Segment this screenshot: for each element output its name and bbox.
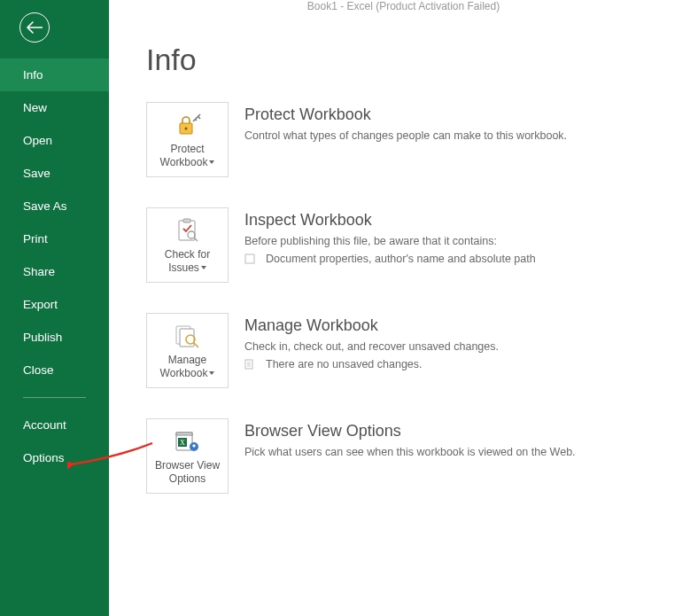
backstage-view: Info New Open Save Save As Print Share E… [0,0,698,616]
nav-share[interactable]: Share [0,255,109,288]
nav-export[interactable]: Export [0,288,109,321]
svg-rect-3 [183,219,190,222]
manage-icon [174,324,201,348]
nav-new[interactable]: New [0,91,109,124]
nav-account[interactable]: Account [0,409,109,441]
svg-rect-11 [176,433,192,435]
inspect-desc: Before publishing this file, be aware th… [244,235,536,247]
nav-info[interactable]: Info [0,58,109,91]
section-browser: X Browser View Options Browser View Opti… [146,418,698,494]
manage-workbook-button[interactable]: Manage Workbook [146,313,229,388]
browser-desc: Pick what users can see when this workbo… [244,446,576,458]
nav-open[interactable]: Open [0,124,109,157]
svg-point-1 [184,127,187,129]
nav-footer-group: Account Options [0,409,109,474]
bullet-square-icon [244,253,255,264]
manage-button-label: Manage Workbook [151,354,224,380]
svg-rect-5 [245,254,254,263]
doc-bullet-icon [244,359,255,370]
manage-bullet: There are no unsaved changes. [266,358,423,370]
browser-view-options-button[interactable]: X Browser View Options [146,418,229,494]
browser-xl-icon: X [174,429,201,454]
caret-icon [201,266,206,269]
back-arrow-icon [27,21,43,34]
main-panel: Info Protect Workbook Protect Workbook C… [109,0,698,616]
protect-heading: Protect Workbook [244,105,567,124]
inspect-heading: Inspect Workbook [244,211,536,230]
nav-print[interactable]: Print [0,222,109,255]
browser-heading: Browser View Options [244,422,576,441]
nav-save-as[interactable]: Save As [0,190,109,222]
section-manage: Manage Workbook Manage Workbook Check in… [146,313,698,388]
section-protect: Protect Workbook Protect Workbook Contro… [146,102,698,177]
page-title: Info [146,43,698,77]
inspect-icon [176,217,199,244]
protect-button-label: Protect Workbook [151,143,224,169]
inspect-button-label: Check for Issues [151,248,224,275]
svg-text:X: X [180,439,185,447]
protect-workbook-button[interactable]: Protect Workbook [146,102,229,177]
caret-icon [209,160,214,164]
caret-icon [209,371,214,375]
nav-publish[interactable]: Publish [0,321,109,354]
browser-button-label: Browser View Options [151,459,224,486]
nav-main-group: Info New Open Save Save As Print Share E… [0,58,109,386]
section-inspect: Check for Issues Inspect Workbook Before… [146,207,698,283]
check-for-issues-button[interactable]: Check for Issues [146,207,229,283]
nav-close[interactable]: Close [0,354,109,386]
nav-options[interactable]: Options [0,441,109,474]
lock-key-icon [174,113,201,137]
inspect-bullet: Document properties, author's name and a… [266,253,536,265]
manage-heading: Manage Workbook [244,316,499,335]
back-button[interactable] [19,12,50,43]
manage-desc: Check in, check out, and recover unsaved… [244,340,499,353]
backstage-sidebar: Info New Open Save Save As Print Share E… [0,0,109,616]
protect-desc: Control what types of changes people can… [244,129,567,142]
nav-save[interactable]: Save [0,157,109,190]
nav-separator [23,397,86,398]
